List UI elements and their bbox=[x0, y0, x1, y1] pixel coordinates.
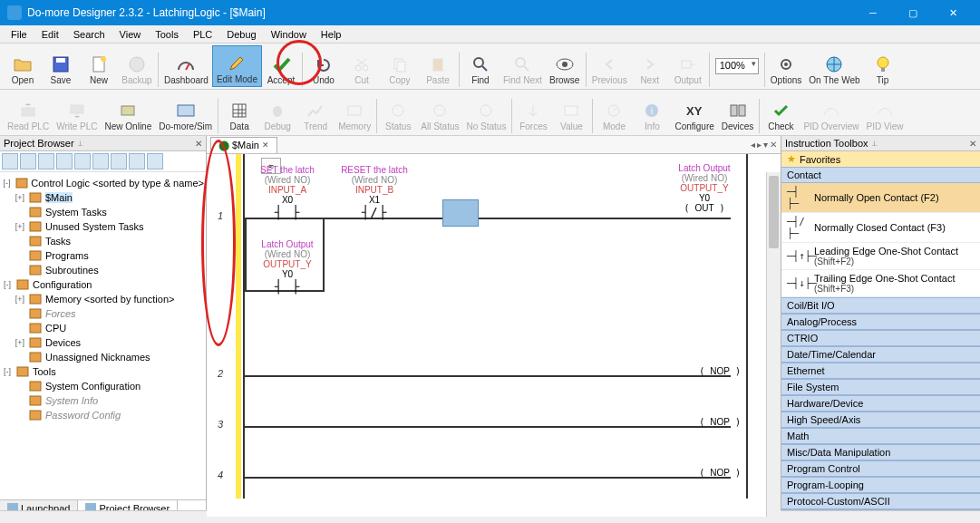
menu-view[interactable]: View bbox=[112, 27, 149, 42]
toolbox-category[interactable]: Hardware/Device bbox=[781, 395, 980, 412]
mini-btn[interactable] bbox=[38, 153, 54, 169]
project-tree[interactable]: [-]Control Logic <sorted by type & name>… bbox=[0, 172, 206, 499]
tree-node[interactable]: [+]Devices bbox=[2, 335, 204, 350]
ladder-view[interactable]: ≈ 1 SET the latch (Wired NO) INPUT_A X0 … bbox=[207, 154, 781, 517]
tree-node[interactable]: [+]Unused System Tasks bbox=[2, 219, 204, 234]
check-button[interactable]: Check bbox=[762, 92, 800, 133]
toolbox-category[interactable]: Protocol-Custom/ASCII bbox=[781, 493, 980, 509]
toolbox-category[interactable]: Math bbox=[781, 428, 980, 444]
menu-tools[interactable]: Tools bbox=[148, 27, 186, 42]
toolbox-instruction[interactable]: ─┤ ├─Normally Open Contact (F2) bbox=[781, 183, 980, 213]
tree-node[interactable]: Unassigned Nicknames bbox=[2, 350, 204, 364]
zoom-combo[interactable]: 100% bbox=[715, 58, 759, 74]
maximize-button[interactable]: ▢ bbox=[893, 0, 933, 25]
undo-button[interactable]: Undo bbox=[305, 45, 343, 87]
expand-icon[interactable]: [-] bbox=[2, 179, 12, 188]
toolbox-favorites[interactable]: ★ Favorites bbox=[781, 151, 980, 167]
do-more-sim-button[interactable]: Do-more/Sim bbox=[155, 92, 216, 133]
menu-plc[interactable]: PLC bbox=[186, 27, 219, 42]
tab-next-icon[interactable]: ▸ bbox=[757, 140, 762, 150]
tree-node[interactable]: System Tasks bbox=[2, 205, 204, 219]
toolbox-category[interactable]: High Speed/Axis bbox=[781, 412, 980, 428]
editor-tab-main[interactable]: ⬤ $Main ✕ bbox=[210, 137, 277, 153]
mini-btn[interactable] bbox=[74, 153, 91, 169]
save-button[interactable]: Save bbox=[42, 45, 80, 87]
expand-icon[interactable]: [+] bbox=[15, 222, 25, 231]
toolbox-category[interactable]: Misc/Data Manipulation bbox=[781, 444, 980, 460]
tree-node[interactable]: Forces bbox=[2, 306, 204, 321]
devices-button[interactable]: Devices bbox=[718, 92, 758, 133]
menu-help[interactable]: Help bbox=[314, 27, 349, 42]
contact-input-a[interactable]: SET the latch (Wired NO) INPUT_A X0 ┤ ├ bbox=[252, 165, 323, 219]
accept-button[interactable]: Accept bbox=[262, 45, 300, 87]
tree-node[interactable]: System Info bbox=[2, 393, 204, 408]
tab-close-all-icon[interactable]: ✕ bbox=[770, 140, 777, 150]
mini-btn[interactable] bbox=[2, 153, 18, 169]
find-button[interactable]: Find bbox=[461, 45, 500, 87]
menu-search[interactable]: Search bbox=[66, 27, 112, 42]
dashboard-button[interactable]: Dashboard bbox=[160, 45, 212, 87]
mini-btn[interactable] bbox=[92, 153, 109, 169]
menu-edit[interactable]: Edit bbox=[34, 27, 66, 42]
browse-button[interactable]: Browse bbox=[546, 45, 584, 87]
tree-node[interactable]: CPU bbox=[2, 321, 204, 335]
toolbox-category[interactable]: Program-Looping bbox=[781, 477, 980, 493]
contact-input-b[interactable]: RESET the latch (Wired NO) INPUT_B X1 ┤/… bbox=[334, 165, 415, 219]
tree-node[interactable]: Programs bbox=[2, 248, 204, 263]
tree-node[interactable]: System Configuration bbox=[2, 379, 204, 393]
mini-btn[interactable] bbox=[147, 153, 163, 169]
tab-list-icon[interactable]: ▾ bbox=[763, 140, 768, 150]
tree-node[interactable]: Password Config bbox=[2, 408, 204, 422]
menu-file[interactable]: File bbox=[4, 27, 34, 42]
edit-mode-button[interactable]: Edit Mode bbox=[212, 45, 262, 87]
tip-button[interactable]: Tip bbox=[864, 45, 902, 87]
new-button[interactable]: New bbox=[80, 45, 118, 87]
minimize-button[interactable]: ─ bbox=[853, 0, 893, 25]
mini-btn[interactable] bbox=[56, 153, 73, 169]
coil-nop-2[interactable]: ( NOP ) bbox=[699, 366, 741, 376]
menu-debug[interactable]: Debug bbox=[219, 27, 263, 42]
contact-output-y-branch[interactable]: Latch Output (Wired NO) OUTPUT_Y Y0 ┤ ├ bbox=[252, 239, 323, 294]
new-online-button[interactable]: New Online bbox=[102, 92, 156, 133]
ladder-scroll-v[interactable] bbox=[766, 172, 781, 517]
panel-close-icon[interactable]: ✕ bbox=[969, 139, 976, 149]
close-button[interactable]: ✕ bbox=[933, 0, 973, 25]
toolbox-instruction[interactable]: ─┤↓├─Trailing Edge One-Shot Contact(Shif… bbox=[781, 270, 980, 297]
expand-icon[interactable]: [+] bbox=[15, 295, 25, 304]
toolbox-instruction[interactable]: ─┤/├─Normally Closed Contact (F3) bbox=[781, 213, 980, 243]
open-button[interactable]: Open bbox=[4, 45, 42, 87]
expand-icon[interactable]: [+] bbox=[15, 338, 25, 347]
panel-close-icon[interactable]: ✕ bbox=[195, 139, 202, 149]
coil-nop-3[interactable]: ( NOP ) bbox=[699, 417, 741, 427]
pin-icon[interactable]: ⟂ bbox=[872, 139, 877, 148]
selection-cursor[interactable] bbox=[442, 199, 479, 227]
pin-icon[interactable]: ⟂ bbox=[78, 139, 82, 148]
data-button[interactable]: Data bbox=[220, 92, 258, 133]
mini-btn[interactable] bbox=[20, 153, 36, 169]
mini-btn[interactable] bbox=[111, 153, 127, 169]
toolbox-category[interactable]: Date/Time/Calendar bbox=[781, 346, 980, 363]
toolbox-category[interactable]: File System bbox=[781, 379, 980, 395]
coil-output-y[interactable]: Latch Output (Wired NO) OUTPUT_Y Y0 ( OU… bbox=[668, 163, 741, 213]
tree-node[interactable]: [-]Configuration bbox=[2, 277, 204, 292]
on-the-web-button[interactable]: On The Web bbox=[805, 45, 863, 87]
options-button[interactable]: Options bbox=[767, 45, 805, 87]
configure-button[interactable]: XYConfigure bbox=[671, 92, 717, 133]
tree-node[interactable]: [+]$Main bbox=[2, 190, 204, 205]
expand-icon[interactable]: [-] bbox=[2, 280, 13, 289]
coil-nop-4[interactable]: ( NOP ) bbox=[699, 468, 741, 478]
toolbox-category[interactable]: Coil/Bit I/O bbox=[781, 297, 980, 314]
toolbox-category[interactable]: Ethernet bbox=[781, 363, 980, 379]
tab-close-icon[interactable]: ✕ bbox=[262, 140, 269, 150]
toolbox-category[interactable]: Program Control bbox=[781, 460, 980, 477]
toolbox-category-contact[interactable]: Contact bbox=[781, 167, 980, 183]
expand-icon[interactable]: [+] bbox=[15, 193, 25, 202]
tree-node[interactable]: Subroutines bbox=[2, 263, 204, 277]
mini-btn[interactable] bbox=[129, 153, 145, 169]
tab-prev-icon[interactable]: ◂ bbox=[751, 140, 755, 150]
toolbox-instruction[interactable]: ─┤↑├─Leading Edge One-Shot Contact(Shift… bbox=[781, 243, 980, 270]
tree-node[interactable]: [+]Memory <sorted by function> bbox=[2, 292, 204, 306]
toolbox-category[interactable]: CTRIO bbox=[781, 330, 980, 346]
tree-node[interactable]: Tasks bbox=[2, 234, 204, 248]
menu-window[interactable]: Window bbox=[264, 27, 314, 42]
